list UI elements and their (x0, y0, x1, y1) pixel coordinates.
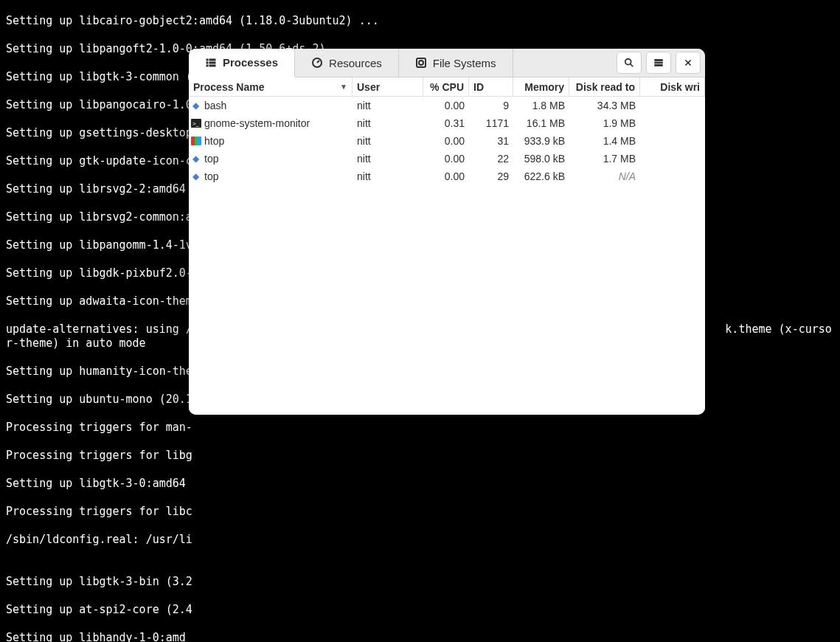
table-cell: nitt (353, 117, 423, 129)
table-cell: 0.00 (423, 170, 469, 182)
col-user[interactable]: User (353, 77, 423, 96)
svg-point-10 (625, 59, 631, 65)
tab-label: File Systems (433, 57, 496, 69)
table-row[interactable]: ◆bashnitt0.0091.8 MB34.3 MB (189, 97, 705, 114)
table-cell: 34.3 MB (569, 100, 640, 111)
process-name-cell: ◆top (189, 153, 353, 165)
close-icon (683, 58, 693, 68)
tab-label: Processes (223, 56, 278, 69)
process-name-label: bash (204, 100, 226, 111)
process-name-label: top (204, 153, 218, 165)
process-name-label: top (204, 170, 218, 182)
table-cell: 598.0 kB (513, 153, 569, 165)
svg-rect-2 (206, 62, 208, 63)
terminal-line: /sbin/ldconfig.real: /usr/li (6, 533, 834, 547)
search-icon (624, 58, 634, 68)
hamburger-icon (653, 58, 664, 68)
header-buttons (615, 49, 705, 77)
table-cell: 1.8 MB (513, 100, 569, 111)
htop-icon (190, 136, 201, 147)
svg-rect-0 (206, 59, 208, 61)
table-cell: 933.9 kB (513, 135, 569, 147)
terminal-line: Setting up at-spi2-core (2.4 (6, 603, 834, 617)
system-monitor-window[interactable]: Processes Resources File Systems (189, 49, 705, 415)
tab-bar: Processes Resources File Systems (189, 49, 513, 77)
col-cpu[interactable]: % CPU (423, 77, 469, 96)
search-button[interactable] (617, 52, 642, 74)
terminal-line: Processing triggers for libc (6, 505, 834, 519)
table-cell: nitt (353, 153, 423, 165)
chevron-down-icon: ▼ (340, 83, 347, 91)
table-cell: 9 (469, 100, 513, 111)
table-cell: 0.31 (423, 117, 469, 129)
terminal-line: Processing triggers for libg (6, 449, 834, 463)
table-cell: N/A (569, 170, 640, 182)
process-name-cell: ◆bash (189, 100, 353, 111)
window-header[interactable]: Processes Resources File Systems (189, 49, 705, 77)
table-cell: 1.4 MB (569, 135, 640, 147)
svg-rect-8 (417, 58, 426, 67)
col-id[interactable]: ID (469, 77, 513, 96)
table-cell: nitt (353, 100, 423, 111)
table-cell: 16.1 MB (513, 117, 569, 129)
svg-rect-5 (209, 65, 215, 66)
executable-icon: ◆ (190, 153, 201, 165)
table-cell: 31 (469, 135, 513, 147)
table-cell: nitt (353, 135, 423, 147)
list-icon (205, 57, 217, 69)
process-name-label: htop (204, 135, 224, 147)
process-name-label: gnome-system-monitor (204, 117, 310, 129)
col-process-name[interactable]: Process Name▼ (189, 77, 353, 96)
svg-rect-1 (209, 59, 215, 61)
col-disk-write[interactable]: Disk wri (640, 77, 705, 96)
svg-rect-14 (655, 65, 663, 66)
close-button[interactable] (676, 52, 701, 74)
svg-line-11 (631, 64, 634, 67)
table-cell: 0.00 (423, 135, 469, 147)
terminal-line: Setting up libgtk-3-bin (3.2 (6, 575, 834, 589)
terminal-line: Setting up libcairo-gobject2:amd64 (1.18… (6, 14, 834, 28)
terminal-line: Setting up libgtk-3-0:amd64 (6, 477, 834, 491)
table-row[interactable]: >_gnome-system-monitornitt0.31117116.1 M… (189, 114, 705, 132)
svg-line-7 (317, 61, 319, 63)
process-name-cell: >_gnome-system-monitor (189, 117, 353, 129)
svg-rect-3 (209, 62, 215, 63)
svg-rect-13 (655, 62, 663, 63)
tab-file-systems[interactable]: File Systems (399, 49, 513, 77)
tab-processes[interactable]: Processes (189, 49, 295, 77)
table-row[interactable]: ◆topnitt0.0029622.6 kBN/A (189, 168, 705, 185)
table-cell: 0.00 (423, 153, 469, 165)
tab-resources[interactable]: Resources (295, 49, 399, 77)
table-cell: 29 (469, 170, 513, 182)
terminal-line: Processing triggers for man- (6, 421, 834, 435)
svg-point-9 (419, 61, 423, 65)
process-name-cell: htop (189, 135, 353, 147)
executable-icon: ◆ (190, 100, 201, 111)
table-row[interactable]: htopnitt0.0031933.9 kB1.4 MB (189, 132, 705, 150)
menu-button[interactable] (646, 52, 671, 74)
system-monitor-icon: >_ (190, 118, 201, 129)
table-row[interactable]: ◆topnitt0.0022598.0 kB1.7 MB (189, 150, 705, 168)
tab-label: Resources (329, 57, 382, 69)
disk-icon (415, 57, 427, 69)
process-name-cell: ◆top (189, 170, 353, 182)
svg-rect-4 (206, 65, 208, 66)
table-cell: 0.00 (423, 100, 469, 111)
col-disk-read[interactable]: Disk read to (569, 77, 640, 96)
table-cell: 622.6 kB (513, 170, 569, 182)
table-cell: 1171 (469, 117, 513, 129)
gauge-icon (311, 57, 323, 69)
col-memory[interactable]: Memory (513, 77, 569, 96)
table-cell: nitt (353, 170, 423, 182)
executable-icon: ◆ (190, 171, 201, 182)
table-cell: 22 (469, 153, 513, 165)
table-cell: 1.7 MB (569, 153, 640, 165)
process-table-body[interactable]: ◆bashnitt0.0091.8 MB34.3 MB>_gnome-syste… (189, 97, 705, 415)
terminal-line: Setting up libhandy-1-0:amd (6, 631, 834, 642)
table-cell: 1.9 MB (569, 117, 640, 129)
svg-rect-12 (655, 60, 663, 61)
process-table-header: Process Name▼ User % CPU ID Memory Disk … (189, 77, 705, 97)
